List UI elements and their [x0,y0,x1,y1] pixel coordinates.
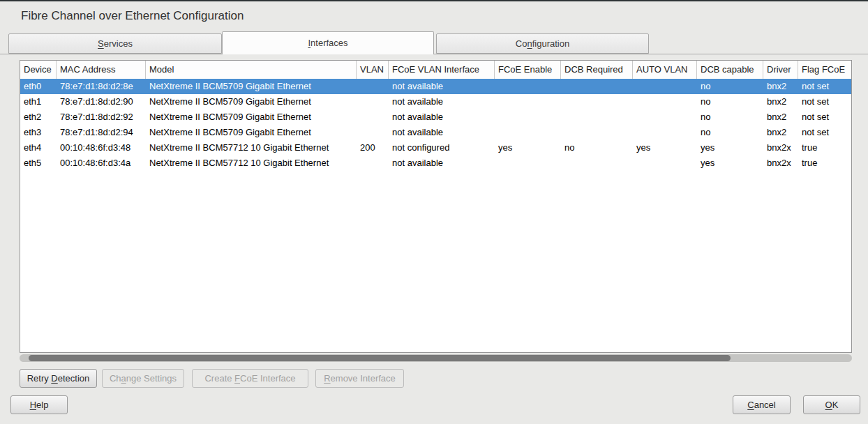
column-header-model[interactable]: Model [146,61,357,79]
horizontal-scrollbar-thumb[interactable] [29,355,731,361]
retry-detection-button[interactable]: Retry Detection [20,369,97,388]
table-cell: not set [798,125,851,140]
column-header-fcoe-enable[interactable]: FCoE Enable [495,61,561,79]
table-cell: 00:10:48:6f:d3:4a [57,156,146,171]
table-header: DeviceMAC AddressModelVLANFCoE VLAN Inte… [20,61,851,79]
cancel-button[interactable]: Cancel [733,395,791,414]
table-row-eth2[interactable]: eth278:e7:d1:8d:d2:92NetXtreme II BCM570… [20,109,851,125]
button-label-mnemonic: a [121,373,126,384]
table-cell [561,156,633,171]
tab-label-part: ervices [104,38,133,49]
table-cell: no [697,125,763,140]
tab-label-part: nterfaces [310,38,347,48]
tab-configuration[interactable]: Configuration [436,33,649,54]
tab-label-part: Co [516,38,527,49]
column-header-driver[interactable]: Driver [763,61,798,79]
table-cell [561,79,633,94]
table-cell: eth2 [20,109,57,125]
button-label-part: Retry [27,373,52,384]
button-label-mnemonic: R [324,373,330,384]
table-cell: 78:e7:d1:8d:d2:90 [57,94,146,109]
table-row-eth1[interactable]: eth178:e7:d1:8d:d2:90NetXtreme II BCM570… [20,94,851,109]
table-cell: eth4 [20,140,57,156]
table-cell: not available [389,79,495,94]
table-cell: NetXtreme II BCM5709 Gigabit Ethernet [146,109,357,125]
table-cell [633,125,697,140]
table-cell: NetXtreme II BCM5709 Gigabit Ethernet [146,125,357,140]
column-header-dcb-required[interactable]: DCB Required [561,61,633,79]
button-label-mnemonic: O [825,400,832,410]
table-cell: 200 [357,140,389,156]
button-label-mnemonic: D [51,373,57,384]
tab-services[interactable]: Services [8,33,222,54]
table-cell [357,156,389,171]
table-cell [633,156,697,171]
table-cell [633,94,697,109]
table-cell: not configured [389,140,495,156]
table-cell [495,125,561,140]
table-cell: NetXtreme II BCM5709 Gigabit Ethernet [146,79,357,94]
table-cell [561,109,633,125]
button-label-part: Create [204,373,234,384]
table-row-eth0[interactable]: eth078:e7:d1:8d:d2:8eNetXtreme II BCM570… [20,79,851,94]
button-label-part: Ch [110,373,121,384]
column-header-dcb-capable[interactable]: DCB capable [697,61,763,79]
table-cell: not set [798,109,851,125]
table-cell [495,79,561,94]
help-button[interactable]: Help [10,395,68,414]
table-cell: not available [389,125,495,140]
change-settings-button: Change Settings [102,369,184,388]
table-row-eth4[interactable]: eth400:10:48:6f:d3:48NetXtreme II BCM577… [20,140,851,156]
table-cell: yes [495,140,561,156]
table-cell [357,94,389,109]
interfaces-table: DeviceMAC AddressModelVLANFCoE VLAN Inte… [20,60,852,353]
button-label-part: ancel [754,400,776,410]
table-row-eth3[interactable]: eth378:e7:d1:8d:d2:94NetXtreme II BCM570… [20,125,851,140]
remove-interface-button: Remove Interface [315,369,404,388]
horizontal-scrollbar[interactable] [20,354,852,362]
column-header-mac-address[interactable]: MAC Address [57,61,146,79]
tab-interfaces[interactable]: Interfaces [222,31,434,54]
table-cell: bnx2 [763,125,798,140]
table-cell [633,79,697,94]
table-cell: true [798,140,851,156]
column-header-fcoe-vlan-interface[interactable]: FCoE VLAN Interface [389,61,495,79]
button-label-part: CoE Interface [240,373,296,384]
tab-label-part: figuration [532,38,569,49]
table-cell [495,109,561,125]
column-header-flag-fcoe[interactable]: Flag FCoE [798,61,851,79]
column-header-auto-vlan[interactable]: AUTO VLAN [633,61,697,79]
tab-label-mnemonic: n [527,38,532,49]
table-cell: bnx2 [763,79,798,94]
table-cell [357,125,389,140]
table-cell: no [561,140,633,156]
button-label-part: K [832,400,839,410]
button-label-mnemonic: F [234,373,240,384]
table-cell: no [697,109,763,125]
table-cell [495,156,561,171]
table-cell: NetXtreme II BCM57712 10 Gigabit Etherne… [146,156,357,171]
table-cell: no [697,94,763,109]
table-cell: true [798,156,851,171]
table-cell [633,109,697,125]
table-cell: yes [697,140,763,156]
table-cell: bnx2 [763,109,798,125]
tabbar-baseline [0,54,868,54]
table-cell [495,94,561,109]
table-cell: not set [798,94,851,109]
table-body: eth078:e7:d1:8d:d2:8eNetXtreme II BCM570… [20,79,851,171]
table-cell: yes [697,156,763,171]
table-cell: 78:e7:d1:8d:d2:94 [57,125,146,140]
table-cell: not available [389,94,495,109]
table-cell: eth1 [20,94,57,109]
table-row-eth5[interactable]: eth500:10:48:6f:d3:4aNetXtreme II BCM577… [20,156,851,171]
table-cell: bnx2x [763,156,798,171]
table-cell: not set [798,79,851,94]
ok-button[interactable]: OK [803,395,860,414]
table-cell: 00:10:48:6f:d3:48 [57,140,146,156]
table-cell: bnx2x [763,140,798,156]
table-cell: 78:e7:d1:8d:d2:92 [57,109,146,125]
column-header-vlan[interactable]: VLAN [357,61,389,79]
table-cell: NetXtreme II BCM5709 Gigabit Ethernet [146,94,357,109]
column-header-device[interactable]: Device [20,61,57,79]
